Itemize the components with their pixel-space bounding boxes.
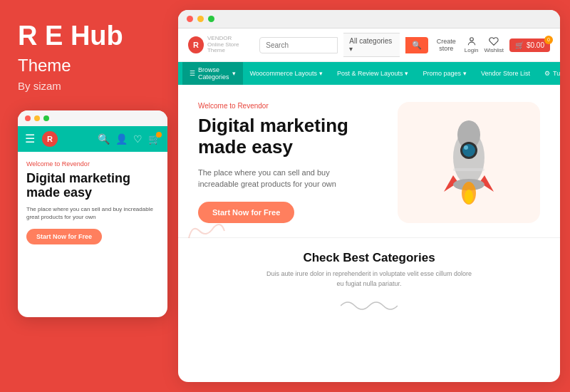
menu-promo[interactable]: Promo pages ▾ — [415, 66, 474, 81]
site-logo-text: VENDOR Online Store Theme — [207, 36, 254, 54]
browse-categories-button[interactable]: ☰ Browse Categories ▾ — [182, 62, 243, 85]
header-actions: Create store Login Wishlist 0 🛒 $0.00 — [434, 36, 550, 53]
cart-button[interactable]: 0 🛒 $0.00 — [509, 38, 550, 52]
create-store-button[interactable]: Create store — [434, 38, 459, 52]
svg-point-5 — [464, 145, 468, 150]
mobile-mockup: ☰ R 🔍 👤 ♡ 🛒 Welcome to Revendor Digital … — [18, 110, 167, 317]
browser-dot-red — [187, 16, 193, 22]
mobile-menu-icon: ☰ — [25, 132, 35, 145]
rocket-illustration — [423, 108, 515, 218]
mobile-dot-red — [25, 115, 31, 121]
site-menu: ☰ Browse Categories ▾ Woocommerce Layout… — [178, 62, 560, 85]
hero-title: Digital marketing made easy — [198, 115, 383, 158]
menu-woocommerce[interactable]: Woocommerce Layouts ▾ — [243, 66, 330, 81]
hero-spiral-decoration — [185, 220, 228, 244]
left-panel: R E Hub Theme By sizam ☰ R 🔍 👤 ♡ 🛒 Welco… — [0, 0, 178, 392]
mobile-user-icon: 👤 — [115, 133, 128, 145]
wishlist-button[interactable]: Wishlist — [484, 36, 504, 53]
mobile-dot-yellow — [34, 115, 40, 121]
hero-subtitle: The place where you can sell and buy inc… — [198, 167, 355, 190]
menu-post-review[interactable]: Post & Review Layouts ▾ — [330, 66, 416, 81]
hero-text: Welcome to Revendor Digital marketing ma… — [198, 102, 383, 223]
mobile-hero-title: Digital marketing made easy — [26, 171, 159, 200]
categories-section: Check Best Categories Duis aute irure do… — [178, 237, 560, 323]
site-logo: R VENDOR Online Store Theme — [188, 36, 254, 54]
app-author: By sizam — [18, 80, 61, 92]
svg-point-4 — [462, 144, 475, 157]
mobile-nav-right: 🔍 👤 ♡ 🛒 — [98, 133, 160, 145]
hero-image — [398, 102, 540, 223]
browser-dot-yellow — [197, 16, 204, 22]
login-button[interactable]: Login — [465, 36, 479, 53]
mobile-cart-badge — [156, 132, 162, 138]
mobile-cta-button[interactable]: Start Now for Free — [26, 229, 102, 244]
svg-point-0 — [470, 38, 473, 41]
mobile-body: Welcome to Revendor Digital marketing ma… — [18, 152, 167, 252]
site-header: R VENDOR Online Store Theme All categori… — [178, 29, 560, 62]
search-button[interactable]: 🔍 — [405, 37, 428, 53]
svg-point-10 — [465, 190, 473, 204]
categories-title: Check Best Categories — [198, 251, 540, 265]
mobile-nav: ☰ R 🔍 👤 ♡ 🛒 — [18, 126, 167, 152]
mobile-logo: R — [42, 131, 58, 147]
hero-welcome: Welcome to Revendor — [198, 102, 383, 110]
cart-badge: 0 — [544, 36, 553, 44]
mobile-browser-bar — [18, 110, 167, 126]
browser-dot-green — [208, 16, 214, 22]
svg-rect-11 — [453, 168, 484, 171]
site-content: Welcome to Revendor Digital marketing ma… — [178, 85, 560, 382]
categories-wave — [341, 299, 398, 313]
mobile-dot-green — [43, 115, 49, 121]
mobile-welcome: Welcome to Revendor — [26, 160, 159, 167]
browser-bar — [178, 10, 560, 29]
search-input[interactable] — [259, 37, 338, 53]
app-subtitle: Theme — [18, 56, 71, 76]
menu-vendor-store[interactable]: Vendor Store List — [474, 66, 537, 81]
menu-tutorials[interactable]: ⚙ Tutorials — [537, 66, 560, 81]
mobile-hero-sub: The place where you can sell and buy inc… — [26, 205, 159, 221]
mobile-cart-icon: 🛒 — [148, 133, 160, 145]
mobile-search-icon: 🔍 — [98, 133, 110, 145]
categories-subtitle: Duis aute irure dolor in reprehenderit i… — [262, 269, 476, 289]
search-category-dropdown[interactable]: All categories ▾ — [343, 33, 399, 57]
app-title: R E Hub — [18, 21, 123, 51]
mobile-heart-icon: ♡ — [133, 133, 142, 145]
hero-section: Welcome to Revendor Digital marketing ma… — [178, 85, 560, 237]
right-panel: R VENDOR Online Store Theme All categori… — [178, 10, 560, 382]
site-logo-icon: R — [188, 36, 204, 53]
